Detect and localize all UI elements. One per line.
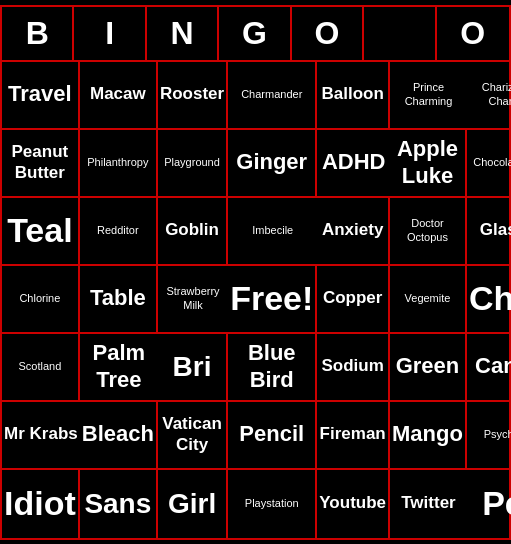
cell-label: Table: [90, 285, 146, 311]
bingo-header: BINGOO: [2, 7, 509, 62]
cell-label: Green: [396, 353, 460, 379]
cell-label: Charmander: [241, 88, 302, 101]
cell-label: Balloon: [321, 84, 383, 104]
cell-label: Rooster: [160, 84, 224, 104]
bingo-cell: Playstation: [228, 470, 317, 538]
bingo-cell: Mango: [390, 402, 467, 470]
header-letter: O: [437, 7, 509, 60]
bingo-cell: Charmander: [228, 62, 317, 130]
bingo-cell: Anxiety: [317, 198, 390, 266]
cell-label: Sans: [84, 487, 151, 521]
header-letter: O: [292, 7, 364, 60]
bingo-cell: Doctor Octopus: [390, 198, 467, 266]
bingo-cell: Chair: [467, 266, 511, 334]
header-letter: N: [147, 7, 219, 60]
bingo-cell: Imbecile: [228, 198, 317, 266]
bingo-cell: Youtube: [317, 470, 390, 538]
bingo-cell: Goblin: [158, 198, 228, 266]
bingo-cell: Idiot: [2, 470, 80, 538]
cell-label: Imbecile: [252, 224, 293, 237]
bingo-cell: Cancer: [467, 334, 511, 402]
cell-label: Sodium: [321, 356, 383, 376]
cell-label: Charizard X/ Charizard: [469, 81, 511, 107]
bingo-cell: Philanthropy: [80, 130, 158, 198]
cell-label: Ginger: [236, 149, 307, 175]
cell-label: Apple Luke: [392, 136, 463, 189]
bingo-cell: ADHD: [317, 130, 390, 198]
cell-label: Bri: [173, 350, 212, 384]
cell-label: Strawberry Milk: [160, 285, 226, 311]
header-letter: G: [219, 7, 291, 60]
bingo-cell: Scotland: [2, 334, 80, 402]
cell-label: Fireman: [320, 424, 386, 444]
cell-label: Mr Krabs: [4, 424, 78, 444]
cell-label: Doctor Octopus: [392, 217, 463, 243]
cell-label: Free!: [230, 278, 313, 319]
bingo-cell: Redditor: [80, 198, 158, 266]
cell-label: Blue Bird: [230, 340, 313, 393]
bingo-cell: Palm Tree: [80, 334, 158, 402]
bingo-cell: Fireman: [317, 402, 390, 470]
cell-label: Anxiety: [322, 220, 383, 240]
bingo-cell: Charizard X/ Charizard: [467, 62, 511, 130]
bingo-grid: TravelMacawRoosterCharmanderBalloonPrinc…: [2, 62, 509, 538]
bingo-cell: Table: [80, 266, 158, 334]
bingo-cell: Pencil: [228, 402, 317, 470]
bingo-cell: Twitter: [390, 470, 467, 538]
bingo-cell: Peanut Butter: [2, 130, 80, 198]
cell-label: Travel: [8, 81, 72, 107]
bingo-cell: Sans: [80, 470, 158, 538]
bingo-cell: Copper: [317, 266, 390, 334]
cell-label: Twitter: [401, 493, 455, 513]
bingo-cell: Mr Krabs: [2, 402, 80, 470]
cell-label: Prince Charming: [392, 81, 465, 107]
cell-label: Macaw: [90, 84, 146, 104]
cell-label: Playground: [164, 156, 220, 169]
bingo-cell: Green: [390, 334, 467, 402]
cell-label: Teal: [7, 210, 73, 251]
cell-label: Redditor: [97, 224, 139, 237]
cell-label: Cancer: [475, 353, 511, 379]
bingo-cell: Playground: [158, 130, 228, 198]
cell-label: Youtube: [319, 493, 386, 513]
cell-label: Chair: [469, 278, 511, 319]
cell-label: Pee: [482, 483, 511, 524]
bingo-cell: Psychopath: [467, 402, 511, 470]
cell-label: Chocolate Cake: [473, 156, 511, 169]
bingo-cell: Rooster: [158, 62, 228, 130]
bingo-cell: Blue Bird: [228, 334, 317, 402]
bingo-cell: Girl: [158, 470, 228, 538]
cell-label: Vatican City: [160, 414, 224, 455]
header-letter: I: [74, 7, 146, 60]
cell-label: Copper: [323, 288, 383, 308]
bingo-cell: Glasses: [467, 198, 511, 266]
cell-label: ADHD: [322, 149, 386, 175]
cell-label: Vegemite: [405, 292, 451, 305]
bingo-card: BINGOOTravelMacawRoosterCharmanderBalloo…: [0, 5, 511, 540]
cell-label: Bleach: [82, 421, 154, 447]
cell-label: Pencil: [239, 421, 304, 447]
bingo-cell: Bri: [158, 334, 228, 402]
bingo-cell: Strawberry Milk: [158, 266, 228, 334]
cell-label: Philanthropy: [87, 156, 148, 169]
bingo-cell: Pee: [467, 470, 511, 538]
cell-label: Psychopath: [484, 428, 511, 441]
bingo-cell: Vegemite: [390, 266, 467, 334]
bingo-cell: Prince Charming: [390, 62, 467, 130]
bingo-cell: Chlorine: [2, 266, 80, 334]
bingo-cell: Bleach: [80, 402, 158, 470]
header-letter: [364, 7, 436, 60]
cell-label: Glasses: [480, 220, 511, 240]
cell-label: Playstation: [245, 497, 299, 510]
bingo-cell: Macaw: [80, 62, 158, 130]
bingo-cell: Free!: [228, 266, 317, 334]
header-letter: B: [2, 7, 74, 60]
cell-label: Girl: [168, 487, 216, 521]
cell-label: Idiot: [4, 483, 76, 524]
bingo-cell: Ginger: [228, 130, 317, 198]
cell-label: Chlorine: [19, 292, 60, 305]
cell-label: Peanut Butter: [4, 142, 76, 183]
cell-label: Palm Tree: [82, 340, 156, 393]
bingo-cell: Sodium: [317, 334, 390, 402]
cell-label: Mango: [392, 421, 463, 447]
